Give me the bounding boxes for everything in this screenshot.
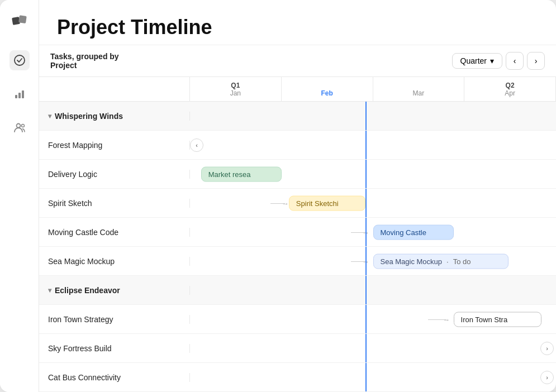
task-row-moving-castle-code: Moving Castle Code → Moving Castle bbox=[39, 218, 556, 247]
task-gantt-moving-castle: → Moving Castle bbox=[190, 218, 556, 246]
svg-rect-3 bbox=[15, 95, 17, 98]
task-row-iron-town: Iron Town Strategy → Iron Town Stra bbox=[39, 305, 556, 334]
group-row-eclipse-endeavor: ▾ Eclipse Endeavor bbox=[39, 276, 556, 305]
task-label-delivery-logic: Delivery Logic bbox=[39, 170, 190, 179]
task-gantt-forest-mapping: ‹ bbox=[190, 131, 556, 159]
task-label-sea-magic: Sea Magic Mockup bbox=[39, 257, 190, 266]
gantt-bar-spirit-sketching[interactable]: Spirit Sketchi bbox=[289, 195, 366, 211]
task-label-spirit-sketch: Spirit Sketch bbox=[39, 199, 190, 208]
months-header: Q1 Jan Q Feb Q Mar Q2 bbox=[190, 77, 556, 101]
timeline-container: Tasks, grouped by Project Quarter ▾ ‹ › bbox=[39, 45, 556, 392]
scroll-right-button-cat[interactable]: › bbox=[540, 371, 554, 384]
group-gantt-whispering bbox=[190, 102, 556, 130]
scroll-left-button[interactable]: ‹ bbox=[190, 138, 203, 152]
collapse-icon-eclipse[interactable]: ▾ bbox=[48, 286, 51, 294]
prev-period-button[interactable]: ‹ bbox=[506, 52, 524, 70]
page-title: Project Timeline bbox=[57, 16, 538, 39]
svg-rect-5 bbox=[22, 90, 24, 98]
month-jan: Q1 Jan bbox=[190, 77, 282, 101]
task-gantt-delivery-logic: Market resea bbox=[190, 160, 556, 188]
group-label-eclipse: ▾ Eclipse Endeavor bbox=[39, 286, 190, 295]
logo-icon bbox=[9, 11, 30, 31]
timeline-topbar: Tasks, grouped by Project Quarter ▾ ‹ › bbox=[39, 45, 556, 77]
task-gantt-spirit-sketch: → Spirit Sketchi bbox=[190, 189, 556, 217]
month-mar: Q Mar bbox=[373, 77, 465, 101]
sidebar bbox=[0, 0, 39, 392]
task-gantt-sky-fortress: › bbox=[190, 334, 556, 362]
gantt-bar-iron-town[interactable]: Iron Town Stra bbox=[454, 312, 541, 327]
task-row-forest-mapping: Forest Mapping ‹ bbox=[39, 131, 556, 160]
users-icon[interactable] bbox=[9, 117, 30, 137]
svg-point-2 bbox=[15, 55, 25, 65]
group-row-whispering-winds: ▾ Whispering Winds bbox=[39, 102, 556, 131]
month-feb: Q Feb bbox=[282, 77, 373, 101]
tasks-group-label: Tasks, grouped by Project bbox=[50, 52, 196, 70]
quarter-controls: Quarter ▾ ‹ › bbox=[452, 52, 545, 70]
group-label-whispering-winds: ▾ Whispering Winds bbox=[39, 112, 190, 121]
header: Project Timeline bbox=[39, 0, 556, 45]
svg-rect-4 bbox=[18, 93, 21, 98]
check-circle-icon[interactable] bbox=[9, 50, 30, 70]
chart-icon[interactable] bbox=[9, 84, 30, 104]
month-apr: Q2 Apr bbox=[464, 77, 556, 101]
task-row-sea-magic-mockup: Sea Magic Mockup → Sea Magic Mockup · To… bbox=[39, 247, 556, 276]
connector-arrow-it: → bbox=[443, 315, 450, 323]
timeline-rows: ▾ Whispering Winds Forest Mapping ‹ bbox=[39, 102, 556, 392]
task-row-delivery-logic: Delivery Logic Market resea bbox=[39, 160, 556, 189]
task-row-spirit-sketch: Spirit Sketch → Spirit Sketchi bbox=[39, 189, 556, 218]
svg-rect-1 bbox=[18, 15, 27, 23]
today-line-segment bbox=[365, 102, 367, 130]
collapse-icon[interactable]: ▾ bbox=[48, 112, 51, 120]
gantt-bar-sea-magic[interactable]: Sea Magic Mockup · To do bbox=[373, 254, 509, 269]
svg-point-7 bbox=[21, 125, 24, 127]
task-label-iron-town: Iron Town Strategy bbox=[39, 315, 190, 324]
gantt-bar-market-research[interactable]: Market resea bbox=[201, 166, 282, 181]
task-gantt-iron-town: → Iron Town Stra bbox=[190, 305, 556, 333]
connector-arrow-spirit: → bbox=[282, 199, 289, 207]
month-header-row: Q1 Jan Q Feb Q Mar Q2 bbox=[39, 77, 556, 102]
task-label-sky-fortress: Sky Fortress Build bbox=[39, 344, 190, 353]
next-period-button[interactable]: › bbox=[527, 52, 545, 70]
task-row-cat-bus: Cat Bus Connectivity › bbox=[39, 363, 556, 392]
main-content: Project Timeline Tasks, grouped by Proje… bbox=[39, 0, 556, 392]
task-gantt-sea-magic: → Sea Magic Mockup · To do bbox=[190, 247, 556, 275]
month-header-spacer bbox=[39, 77, 190, 101]
quarter-selector-button[interactable]: Quarter ▾ bbox=[452, 53, 502, 69]
task-label-forest-mapping: Forest Mapping bbox=[39, 141, 190, 150]
scroll-right-button-sky[interactable]: › bbox=[540, 342, 554, 355]
svg-point-6 bbox=[16, 124, 20, 128]
app-window: Project Timeline Tasks, grouped by Proje… bbox=[0, 0, 556, 392]
task-row-sky-fortress: Sky Fortress Build › bbox=[39, 334, 556, 363]
group-gantt-eclipse bbox=[190, 276, 556, 304]
task-gantt-cat-bus: › bbox=[190, 363, 556, 391]
task-label-cat-bus: Cat Bus Connectivity bbox=[39, 373, 190, 382]
task-label-moving-castle-code: Moving Castle Code bbox=[39, 228, 190, 237]
gantt-bar-moving-castle[interactable]: Moving Castle bbox=[373, 224, 454, 240]
